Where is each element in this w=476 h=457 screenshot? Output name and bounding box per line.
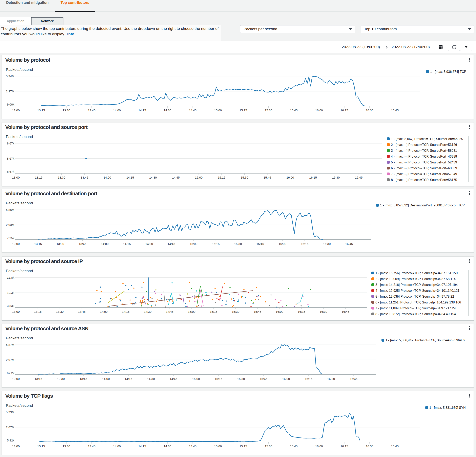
svg-text:14:30: 14:30 <box>144 310 152 313</box>
svg-text:16:30: 16:30 <box>332 176 340 179</box>
svg-text:14:00: 14:00 <box>102 377 110 381</box>
svg-text:5.33M: 5.33M <box>6 410 14 414</box>
svg-text:14:45: 14:45 <box>166 310 173 313</box>
svg-text:16:00: 16:00 <box>315 108 323 112</box>
svg-text:15:00: 15:00 <box>190 242 197 246</box>
svg-text:8.67k: 8.67k <box>7 157 14 160</box>
svg-text:14:30: 14:30 <box>164 444 171 448</box>
svg-text:14:30: 14:30 <box>149 176 157 179</box>
svg-text:8.67k: 8.67k <box>7 170 14 173</box>
svg-text:5.92k: 5.92k <box>7 439 14 442</box>
svg-text:2.97M: 2.97M <box>6 90 14 93</box>
svg-text:16:15: 16:15 <box>298 310 305 313</box>
svg-text:15:00: 15:00 <box>188 310 196 313</box>
svg-text:16:45: 16:45 <box>391 444 399 448</box>
svg-text:15:00: 15:00 <box>192 377 200 381</box>
svg-text:16:00: 16:00 <box>279 242 286 246</box>
svg-text:16:45: 16:45 <box>355 176 363 179</box>
svg-text:13:00: 13:00 <box>12 242 20 246</box>
svg-text:16:15: 16:15 <box>309 176 317 179</box>
svg-text:13:45: 13:45 <box>81 176 88 179</box>
svg-text:13:15: 13:15 <box>34 242 42 246</box>
svg-text:14:45: 14:45 <box>172 176 180 179</box>
svg-text:16:30: 16:30 <box>323 242 331 246</box>
svg-text:15:30: 15:30 <box>265 108 272 112</box>
svg-text:5.86M: 5.86M <box>6 208 14 211</box>
svg-text:14:15: 14:15 <box>127 176 134 179</box>
svg-text:16:00: 16:00 <box>282 377 290 381</box>
svg-text:16:15: 16:15 <box>340 108 348 112</box>
svg-text:9.00k: 9.00k <box>7 103 14 106</box>
svg-text:15:45: 15:45 <box>290 108 298 112</box>
svg-text:16:15: 16:15 <box>340 444 348 448</box>
svg-text:14:45: 14:45 <box>189 108 196 112</box>
svg-text:16:45: 16:45 <box>342 310 349 313</box>
svg-text:13:15: 13:15 <box>34 377 42 381</box>
svg-text:16:15: 16:15 <box>301 242 309 246</box>
svg-text:5.87M: 5.87M <box>6 343 14 346</box>
svg-text:16:30: 16:30 <box>366 444 374 448</box>
svg-text:13:45: 13:45 <box>78 310 86 313</box>
svg-text:16:30: 16:30 <box>327 377 335 381</box>
svg-text:15:30: 15:30 <box>265 444 272 448</box>
svg-text:15:15: 15:15 <box>239 444 247 448</box>
svg-text:14:15: 14:15 <box>138 444 146 448</box>
svg-text:15:15: 15:15 <box>239 108 247 112</box>
svg-text:13:00: 13:00 <box>12 176 20 179</box>
svg-text:16:00: 16:00 <box>276 310 283 313</box>
svg-text:13:30: 13:30 <box>57 377 65 381</box>
svg-text:67.2k: 67.2k <box>7 371 14 375</box>
svg-text:14:15: 14:15 <box>123 242 131 246</box>
svg-text:14:45: 14:45 <box>189 444 196 448</box>
svg-text:13:00: 13:00 <box>12 377 20 381</box>
svg-text:13:30: 13:30 <box>63 108 70 112</box>
svg-text:13:45: 13:45 <box>88 444 95 448</box>
svg-text:16:15: 16:15 <box>305 377 312 381</box>
svg-text:15:30: 15:30 <box>232 310 239 313</box>
svg-text:15:15: 15:15 <box>218 176 226 179</box>
svg-text:13:45: 13:45 <box>80 377 87 381</box>
svg-text:15:45: 15:45 <box>264 176 271 179</box>
svg-text:7.25k: 7.25k <box>7 236 14 240</box>
svg-text:15:15: 15:15 <box>210 310 218 313</box>
svg-text:3.83k: 3.83k <box>7 304 14 307</box>
svg-text:14:00: 14:00 <box>100 310 108 313</box>
svg-text:14:45: 14:45 <box>168 242 175 246</box>
svg-text:14:00: 14:00 <box>113 108 121 112</box>
svg-text:15:30: 15:30 <box>237 377 245 381</box>
svg-text:14:15: 14:15 <box>138 108 146 112</box>
svg-text:2.93M: 2.93M <box>6 223 14 227</box>
svg-text:15:00: 15:00 <box>214 444 222 448</box>
svg-text:15:15: 15:15 <box>212 242 220 246</box>
svg-text:13:30: 13:30 <box>58 176 65 179</box>
svg-text:15:45: 15:45 <box>290 444 298 448</box>
svg-text:15:45: 15:45 <box>256 242 264 246</box>
svg-text:14:45: 14:45 <box>170 377 177 381</box>
svg-text:13:00: 13:00 <box>12 108 20 112</box>
svg-text:15:30: 15:30 <box>241 176 248 179</box>
svg-text:15:30: 15:30 <box>234 242 242 246</box>
svg-text:13:30: 13:30 <box>56 310 64 313</box>
svg-text:14:30: 14:30 <box>147 377 155 381</box>
svg-text:15:45: 15:45 <box>254 310 262 313</box>
svg-text:13:15: 13:15 <box>34 310 42 313</box>
svg-text:16:00: 16:00 <box>286 176 294 179</box>
svg-text:14:15: 14:15 <box>125 377 132 381</box>
svg-text:13:15: 13:15 <box>35 176 42 179</box>
svg-text:14:30: 14:30 <box>145 242 153 246</box>
svg-text:13:45: 13:45 <box>88 108 95 112</box>
svg-text:16:45: 16:45 <box>350 377 357 381</box>
svg-text:14:00: 14:00 <box>101 242 109 246</box>
svg-text:16:45: 16:45 <box>391 108 399 112</box>
svg-text:2.67M: 2.67M <box>6 425 14 429</box>
svg-text:15:15: 15:15 <box>215 377 222 381</box>
svg-text:10.3k: 10.3k <box>7 291 14 294</box>
svg-text:13:15: 13:15 <box>37 108 45 112</box>
svg-text:14:15: 14:15 <box>122 310 130 313</box>
svg-text:13:30: 13:30 <box>57 242 64 246</box>
svg-text:13:00: 13:00 <box>12 444 20 448</box>
svg-text:13:45: 13:45 <box>79 242 86 246</box>
svg-text:5.94M: 5.94M <box>6 75 14 78</box>
svg-text:15:00: 15:00 <box>214 108 222 112</box>
svg-text:2.97M: 2.97M <box>6 358 14 362</box>
